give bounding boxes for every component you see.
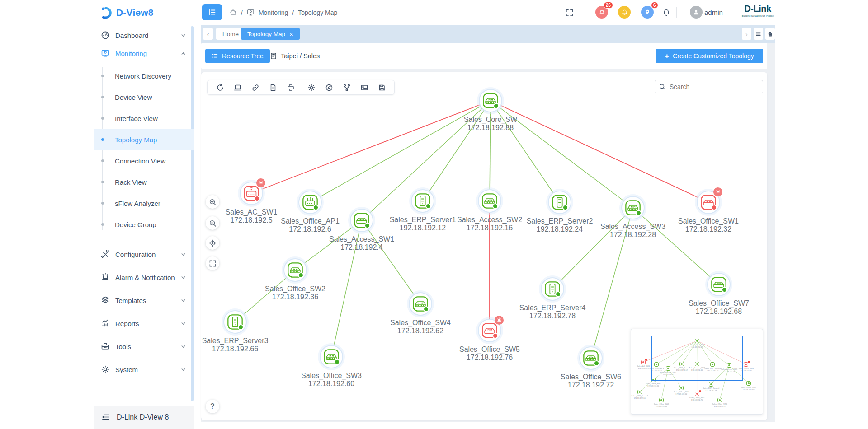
sidebar-item-templates[interactable]: Templates <box>94 292 194 308</box>
dlink-logo-text: D-Link <box>740 4 775 14</box>
zoom-in-button[interactable] <box>206 195 219 209</box>
resource-tree-button[interactable]: Resource Tree <box>205 49 270 63</box>
sidebar-item-system[interactable]: System <box>94 361 194 378</box>
site-icon <box>270 52 277 60</box>
node-label: Sales_Office_SW4172.18.192.62 <box>375 319 466 335</box>
username[interactable]: admin <box>704 0 723 25</box>
chevron-down-icon <box>180 321 186 326</box>
sidebar-footer[interactable]: D-Link D-View 8 <box>94 406 194 429</box>
sidebar-item-device-view[interactable]: Device View <box>94 86 194 108</box>
print-icon[interactable] <box>282 80 299 94</box>
help-button[interactable]: ? <box>206 400 219 413</box>
status-dot <box>425 203 431 209</box>
device-icon <box>298 191 322 214</box>
sidebar-item-tools[interactable]: Tools <box>94 338 194 354</box>
node-name: Sales_Office_SW4 <box>375 319 466 327</box>
link-icon[interactable] <box>246 80 264 94</box>
search-input[interactable] <box>655 80 763 93</box>
status-dot <box>711 205 717 210</box>
status-dot <box>594 360 599 366</box>
home-icon[interactable] <box>229 9 237 16</box>
image-icon[interactable] <box>355 80 373 94</box>
chevron-down-icon <box>180 298 186 303</box>
node-name: Sales_AC_SW1 <box>206 208 297 216</box>
device-icon <box>478 189 501 213</box>
bullet-icon <box>101 117 104 120</box>
sidebar-item-connection-view[interactable]: Connection View <box>94 150 194 172</box>
status-dot <box>364 223 370 228</box>
tab-topology-map[interactable]: Topology Map × <box>241 28 300 40</box>
sidebar: D-View8 Dashboard Monitoring Network Dis… <box>94 0 194 429</box>
status-dot <box>493 103 499 109</box>
topology-canvas[interactable]: Sales_Core_SW172.18.192.88 Sales_AC_SW11… <box>201 72 767 420</box>
save-icon[interactable] <box>373 80 391 94</box>
sidebar-item-interface-view[interactable]: Interface View <box>94 107 194 129</box>
fullscreen-icon[interactable] <box>563 6 576 19</box>
node-ip: 172.18.192.66 <box>201 345 280 353</box>
sidebar-subitem-label: Device View <box>115 93 152 101</box>
tab-scroll-left-button[interactable]: ‹ <box>203 28 213 40</box>
bullet-icon <box>101 202 104 205</box>
tab-scroll-right-button[interactable]: › <box>742 28 751 40</box>
location-path: Taipei / Sales <box>281 52 320 60</box>
monitoring-icon <box>101 49 110 58</box>
configuration-icon <box>101 250 110 259</box>
sidebar-item-label: Monitoring <box>115 50 180 57</box>
breadcrumb-separator: / <box>292 9 294 16</box>
locate-button[interactable] <box>206 236 219 250</box>
breadcrumb-page[interactable]: Topology Map <box>298 9 337 16</box>
sidebar-item-configuration[interactable]: Configuration <box>94 246 194 262</box>
node-ip: 172.18.192.32 <box>663 225 754 233</box>
sidebar-item-rack-view[interactable]: Rack View <box>94 171 194 193</box>
topology-branch-icon[interactable] <box>338 80 355 94</box>
tab-list-button[interactable] <box>754 28 763 40</box>
breadcrumb-section[interactable]: Monitoring <box>259 9 288 16</box>
zoom-out-button[interactable] <box>206 216 219 230</box>
device-view-icon[interactable] <box>229 80 246 94</box>
sidebar-item-monitoring[interactable]: Monitoring <box>94 45 194 61</box>
export-file-icon[interactable] <box>264 80 282 94</box>
sidebar-item-device-group[interactable]: Device Group <box>94 214 194 235</box>
sidebar-item-reports[interactable]: Reports <box>94 315 194 331</box>
device-icon <box>409 292 432 316</box>
plus-icon: + <box>665 52 669 60</box>
alarm-count-badge: 26 <box>604 2 613 9</box>
sidebar-item-topology-map[interactable]: Topology Map <box>94 129 194 150</box>
avatar[interactable] <box>690 6 703 19</box>
node-name: Sales_Office_AP1 <box>265 217 355 225</box>
create-customized-topology-button[interactable]: + Create Customized Topology <box>656 49 763 63</box>
node-label: Sales_Office_SW7172.18.192.68 <box>674 299 764 315</box>
minimap[interactable]: Sales_Core_SW172.18.192.88 Sales_AC_SW11… <box>631 329 763 415</box>
node-label: Sales_Office_SW2172.18.192.36 <box>250 285 340 301</box>
device-icon <box>621 196 645 219</box>
sidebar-item-network-discovery[interactable]: Network Discovery <box>94 65 194 87</box>
sidebar-item-alarm-notification[interactable]: Alarm & Notification <box>94 269 194 285</box>
warning-bell-icon[interactable] <box>618 6 631 19</box>
tab-label: Topology Map <box>247 31 285 37</box>
monitoring-breadcrumb-icon <box>247 9 255 16</box>
sidebar-item-label: Reports <box>115 320 180 327</box>
status-dot <box>492 203 498 209</box>
app-logo-text: D-View8 <box>116 7 154 18</box>
close-all-tabs-trash-button[interactable] <box>765 28 775 40</box>
sidebar-subitem-label: Connection View <box>115 157 165 165</box>
topology-location-breadcrumb[interactable]: Taipei / Sales <box>270 49 320 63</box>
node-label: Sales_Office_SW6172.18.192.72 <box>546 373 636 389</box>
menu-unfold-button[interactable] <box>202 4 222 20</box>
sidebar-item-dashboard[interactable]: Dashboard <box>94 27 194 43</box>
create-button-label: Create Customized Topology <box>673 52 754 60</box>
minimap-viewport[interactable] <box>651 336 743 381</box>
compass-icon[interactable] <box>320 80 338 94</box>
notification-bell-icon[interactable] <box>660 6 673 19</box>
topbar: / Monitoring / Topology Map 26 6 admin D… <box>201 0 775 25</box>
sidebar-item-sflow-analyzer[interactable]: sFlow Analyzer <box>94 192 194 214</box>
fit-to-screen-button[interactable] <box>206 256 219 270</box>
close-icon[interactable]: × <box>289 31 293 37</box>
settings-gear-icon[interactable] <box>302 80 320 94</box>
breadcrumb-separator: / <box>241 9 243 16</box>
node-name: Sales_Office_SW6 <box>546 373 636 381</box>
refresh-icon[interactable] <box>211 80 229 94</box>
node-ip: 172.18.192.62 <box>375 327 466 335</box>
tools-icon <box>101 342 110 351</box>
device-icon <box>320 345 343 368</box>
